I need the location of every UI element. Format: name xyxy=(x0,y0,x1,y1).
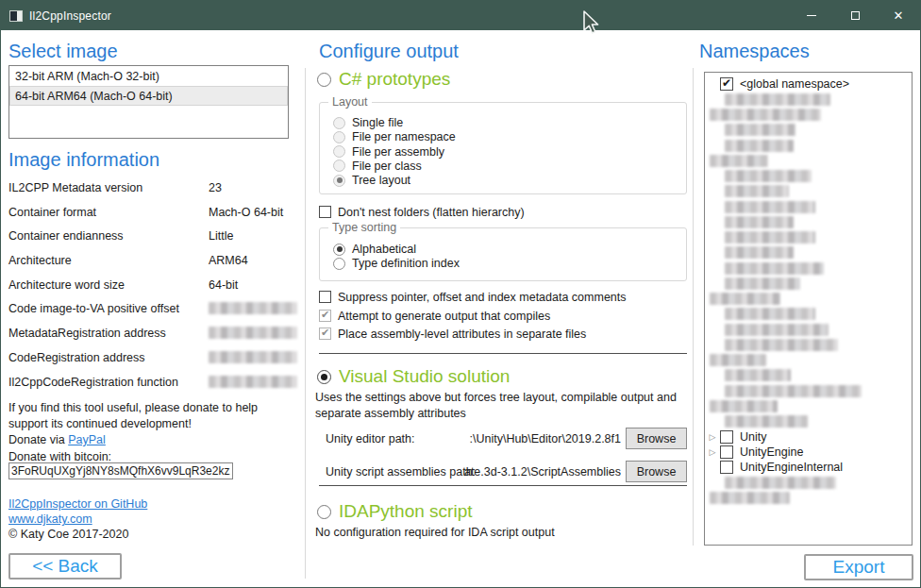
checkbox-option-suppress-pointer-offset-and-index-metadata-comments[interactable]: Suppress pointer, offset and index metad… xyxy=(319,291,627,304)
redacted-namespace xyxy=(725,369,791,381)
info-label: CodeRegistration address xyxy=(8,351,209,364)
idapython-description: No configuration required for IDA script… xyxy=(315,525,685,541)
namespace-item-redacted[interactable] xyxy=(705,383,912,398)
unity-script-path-value[interactable]: ate.3d-3.1.2\ScriptAssemblies xyxy=(460,465,621,479)
info-value: 64-bit xyxy=(209,278,238,292)
github-link[interactable]: Il2CppInspector on GitHub xyxy=(8,497,147,511)
radio-option-file-per-class[interactable]: File per class xyxy=(333,160,422,173)
namespace-item-redacted[interactable] xyxy=(705,245,912,260)
namespace-item-redacted[interactable] xyxy=(705,491,912,506)
namespace-item-redacted[interactable] xyxy=(705,108,912,123)
expander-icon[interactable]: ▷ xyxy=(705,445,720,460)
flatten-hierarchy-label: Don't nest folders (flatten hierarchy) xyxy=(338,206,525,219)
info-row-metadataregistration-address: MetadataRegistration address xyxy=(8,327,301,351)
checkbox-label: Attempt to generate output that compiles xyxy=(338,310,550,323)
unity-script-browse-button[interactable]: Browse xyxy=(626,461,687,482)
namespaces-list[interactable]: <global namespace>▷Unity▷UnityEngineUnit… xyxy=(704,72,913,546)
flatten-hierarchy-checkbox[interactable] xyxy=(319,206,331,218)
redacted-namespace xyxy=(725,262,824,275)
namespace-item-redacted[interactable] xyxy=(705,353,912,368)
namespace-item-unityengineinternal[interactable]: UnityEngineInternal xyxy=(705,460,912,475)
checkbox-suppress-pointer-offset-and-index-metadata-comments[interactable] xyxy=(319,291,331,303)
namespace-checkbox-unityengineinternal[interactable] xyxy=(720,461,733,474)
radio-file-per-namespace[interactable] xyxy=(333,131,345,143)
checkbox-option-place-assembly-level-attributes-in-separate-files[interactable]: Place assembly-level attributes in separ… xyxy=(319,328,586,341)
checkbox-place-assembly-level-attributes-in-separate-files[interactable] xyxy=(319,328,331,340)
checkbox-attempt-to-generate-output-that-compiles[interactable] xyxy=(319,310,331,322)
donate-message: If you find this tool useful, please don… xyxy=(8,400,293,432)
redacted-value xyxy=(209,351,297,363)
namespace-item-unityengine[interactable]: ▷UnityEngine xyxy=(705,445,912,460)
namespace-item-redacted[interactable] xyxy=(705,184,912,199)
csharp-prototypes-radio[interactable] xyxy=(317,73,331,87)
idapython-radio[interactable] xyxy=(317,505,331,519)
titlebar[interactable]: Il2CppInspector ✕ xyxy=(1,1,920,30)
radio-file-per-class[interactable] xyxy=(333,160,345,172)
namespace-item-redacted[interactable] xyxy=(705,414,912,429)
namespace-item-redacted[interactable] xyxy=(705,153,912,168)
flatten-hierarchy-option[interactable]: Don't nest folders (flatten hierarchy) xyxy=(319,206,525,219)
namespace-item-redacted[interactable] xyxy=(705,398,912,413)
radio-option-file-per-namespace[interactable]: File per namespace xyxy=(333,130,456,143)
idapython-option[interactable]: IDAPython script xyxy=(317,501,473,522)
select-image-list[interactable]: 32-bit ARM (Mach-O 32-bit)64-bit ARM64 (… xyxy=(8,65,289,139)
namespace-checkbox-global-namespace[interactable] xyxy=(720,77,733,91)
namespace-item-redacted[interactable] xyxy=(705,292,912,307)
image-list-item-64-bit-arm64-mach-o-64-bit[interactable]: 64-bit ARM64 (Mach-O 64-bit) xyxy=(9,86,288,106)
namespace-item-global-namespace[interactable]: <global namespace> xyxy=(705,76,912,92)
donate-paypal-line: Donate via PayPal xyxy=(8,433,106,446)
radio-tree-layout[interactable] xyxy=(333,175,345,187)
bitcoin-address-input[interactable] xyxy=(8,462,233,479)
namespace-item-redacted[interactable] xyxy=(705,260,912,276)
namespace-item-redacted[interactable] xyxy=(705,276,912,291)
unity-editor-path-row: Unity editor path: :\Unity\Hub\Editor\20… xyxy=(326,428,687,450)
maximize-button[interactable] xyxy=(833,1,877,30)
back-button[interactable]: << Back xyxy=(8,553,122,580)
radio-single-file[interactable] xyxy=(333,117,345,129)
visual-studio-option[interactable]: Visual Studio solution xyxy=(317,366,510,387)
info-value: 23 xyxy=(209,181,222,194)
namespace-item-redacted[interactable] xyxy=(705,138,912,153)
unity-editor-path-value[interactable]: :\Unity\Hub\Editor\2019.2.8f1 xyxy=(460,432,621,445)
namespace-item-redacted[interactable] xyxy=(705,230,912,245)
namespace-item-redacted[interactable] xyxy=(705,322,912,337)
radio-file-per-assembly[interactable] xyxy=(333,145,345,158)
expander-icon[interactable]: ▷ xyxy=(705,429,720,445)
export-button[interactable]: Export xyxy=(804,554,913,580)
namespace-item-redacted[interactable] xyxy=(705,368,912,383)
radio-option-file-per-assembly[interactable]: File per assembly xyxy=(333,145,444,159)
checkbox-option-attempt-to-generate-output-that-compiles[interactable]: Attempt to generate output that compiles xyxy=(319,310,550,323)
info-label: Il2CppCodeRegistration function xyxy=(8,376,209,389)
radio-type-definition-index[interactable] xyxy=(333,258,345,270)
minimize-button[interactable] xyxy=(790,1,833,30)
unity-editor-browse-button[interactable]: Browse xyxy=(626,428,687,449)
csharp-prototypes-option[interactable]: C# prototypes xyxy=(317,69,450,90)
namespace-item-redacted[interactable] xyxy=(705,169,912,184)
radio-option-single-file[interactable]: Single file xyxy=(333,116,403,129)
namespace-item-unity[interactable]: ▷Unity xyxy=(705,429,912,445)
namespace-checkbox-unity[interactable] xyxy=(720,430,733,444)
namespace-item-redacted[interactable] xyxy=(705,199,912,214)
paypal-link[interactable]: PayPal xyxy=(68,433,106,446)
redacted-namespace xyxy=(725,277,800,290)
namespace-item-redacted[interactable] xyxy=(705,123,912,138)
radio-alphabetical[interactable] xyxy=(333,244,345,256)
radio-option-alphabetical[interactable]: Alphabetical xyxy=(333,243,416,256)
close-button[interactable]: ✕ xyxy=(877,1,920,30)
image-list-item-32-bit-arm-mach-o-32-bit[interactable]: 32-bit ARM (Mach-O 32-bit) xyxy=(9,66,288,86)
visual-studio-radio[interactable] xyxy=(317,370,331,384)
namespace-item-redacted[interactable] xyxy=(705,92,912,107)
info-label: Container format xyxy=(8,206,209,219)
radio-option-tree-layout[interactable]: Tree layout xyxy=(333,174,410,187)
right-column-separator xyxy=(693,68,694,546)
namespace-label: Unity xyxy=(740,430,766,444)
namespace-checkbox-unityengine[interactable] xyxy=(720,445,733,459)
namespace-item-redacted[interactable] xyxy=(705,337,912,352)
redacted-namespace xyxy=(725,231,815,244)
namespace-item-redacted[interactable] xyxy=(705,307,912,322)
website-link[interactable]: www.djkaty.com xyxy=(8,512,92,526)
radio-option-type-definition-index[interactable]: Type definition index xyxy=(333,257,460,270)
namespace-item-redacted[interactable] xyxy=(705,476,912,491)
namespace-item-redacted[interactable] xyxy=(705,214,912,229)
redacted-namespace xyxy=(710,293,780,305)
